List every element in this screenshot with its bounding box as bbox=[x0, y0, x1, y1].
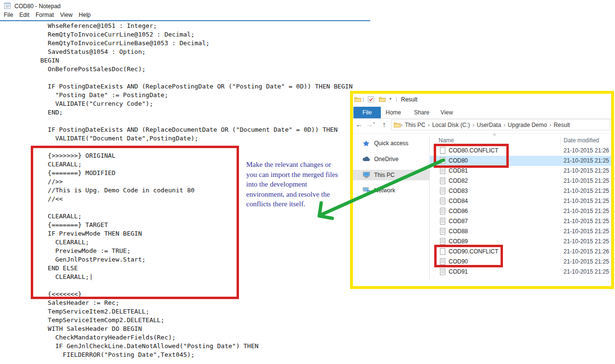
file-text-icon bbox=[440, 268, 445, 275]
breadcrumb-segment-this-pc[interactable]: This PC bbox=[402, 122, 428, 128]
notepad-icon bbox=[4, 2, 11, 9]
file-blank-icon bbox=[440, 147, 445, 154]
qat-properties-check-icon[interactable] bbox=[368, 96, 374, 102]
file-row[interactable]: COD80.CONFLICT 21-10-2015 21:26 bbox=[430, 146, 611, 156]
file-name: COD81 bbox=[449, 166, 468, 176]
file-row[interactable]: COD81 21-10-2015 21:25 bbox=[430, 166, 611, 176]
file-row[interactable]: COD88 21-10-2015 21:25 bbox=[430, 226, 611, 237]
breadcrumb-segment-userdata[interactable]: UserData bbox=[474, 122, 503, 128]
address-bar[interactable]: › This PC › Local Disk (C:) › UserData ›… bbox=[391, 119, 610, 130]
file-name: COD83 bbox=[449, 186, 468, 196]
file-date: 21-10-2015 21:25 bbox=[564, 226, 609, 237]
menu-item-edit[interactable]: Edit bbox=[19, 12, 29, 20]
qat-separator: | bbox=[363, 96, 364, 102]
file-row[interactable]: COD83 21-10-2015 21:25 bbox=[430, 186, 611, 196]
notepad-menubar: File Edit Format View Help bbox=[0, 12, 91, 20]
file-text-icon bbox=[440, 208, 445, 214]
explorer-window: | ▾ | Result File Home Share View ← → ▾ … bbox=[350, 91, 614, 289]
file-name: COD86 bbox=[449, 206, 468, 216]
file-row[interactable]: COD89 21-10-2015 21:25 bbox=[430, 237, 611, 247]
file-date: 21-10-2015 21:25 bbox=[564, 257, 609, 267]
menu-item-file[interactable]: File bbox=[4, 12, 13, 20]
nav-forward-button[interactable]: → bbox=[365, 120, 373, 129]
sidebar-item-label: This PC bbox=[374, 170, 395, 180]
file-row[interactable]: COD86 21-10-2015 21:25 bbox=[430, 206, 611, 216]
file-date: 21-10-2015 21:25 bbox=[564, 186, 609, 196]
tab-share[interactable]: Share bbox=[410, 107, 434, 118]
file-name: COD82 bbox=[449, 176, 468, 186]
star-icon bbox=[363, 140, 370, 147]
file-row[interactable]: COD90 21-10-2015 21:25 bbox=[430, 257, 611, 267]
breadcrumb-segment-upgrade-demo[interactable]: Upgrade Demo bbox=[505, 122, 549, 128]
sort-ascending-icon: ^ bbox=[493, 133, 496, 138]
breadcrumb-segment-result[interactable]: Result bbox=[551, 122, 572, 128]
qat-dropdown-button[interactable]: ▾ bbox=[389, 97, 391, 101]
sidebar-item-onedrive[interactable]: OneDrive bbox=[353, 154, 429, 164]
qat-new-folder-icon[interactable] bbox=[379, 97, 386, 102]
file-name: COD80 bbox=[449, 156, 468, 166]
tab-file[interactable]: File bbox=[353, 107, 381, 118]
menu-item-view[interactable]: View bbox=[60, 12, 73, 20]
file-text-icon bbox=[440, 167, 445, 174]
file-row[interactable]: COD87 21-10-2015 21:25 bbox=[430, 216, 611, 226]
file-name: COD84 bbox=[449, 196, 468, 206]
nav-up-button[interactable]: ↑ bbox=[380, 120, 388, 129]
file-date: 21-10-2015 21:25 bbox=[564, 216, 609, 226]
file-name: COD91 bbox=[449, 267, 468, 277]
breadcrumb-segment-local-disk[interactable]: Local Disk (C:) bbox=[430, 122, 473, 128]
nav-back-button[interactable]: ← bbox=[355, 120, 363, 129]
file-date: 21-10-2015 21:25 bbox=[564, 237, 609, 247]
sidebar-item-label: Network bbox=[374, 185, 395, 196]
sidebar-item-network[interactable]: Network bbox=[353, 185, 429, 196]
navbar-divider bbox=[353, 133, 611, 134]
file-row[interactable]: COD80 21-10-2015 21:25 bbox=[430, 156, 611, 166]
qat-separator: | bbox=[396, 96, 397, 102]
file-text-icon bbox=[440, 228, 445, 235]
notepad-window-title: COD80 - Notepad bbox=[14, 3, 61, 10]
file-date: 21-10-2015 21:25 bbox=[564, 267, 609, 277]
file-text-icon bbox=[440, 258, 445, 265]
file-row[interactable]: COD82 21-10-2015 21:25 bbox=[430, 176, 611, 186]
sidebar-item-label: Quick access bbox=[374, 138, 408, 149]
file-text-icon bbox=[440, 177, 445, 184]
file-row[interactable]: COD91 21-10-2015 21:25 bbox=[430, 267, 611, 277]
nav-history-dropdown-icon[interactable]: ▾ bbox=[373, 121, 375, 125]
notepad-menu-underline bbox=[0, 20, 370, 21]
file-text-icon bbox=[440, 188, 445, 194]
menu-item-format[interactable]: Format bbox=[36, 12, 54, 20]
file-date: 21-10-2015 21:25 bbox=[564, 196, 609, 206]
column-header-date[interactable]: Date modified bbox=[564, 137, 599, 144]
file-text-icon bbox=[440, 157, 445, 164]
file-text-icon bbox=[440, 238, 445, 245]
computer-icon bbox=[363, 172, 370, 178]
sidebar-item-quick-access[interactable]: Quick access bbox=[353, 138, 429, 149]
file-date: 21-10-2015 21:26 bbox=[564, 146, 609, 156]
file-date: 21-10-2015 21:25 bbox=[564, 176, 609, 186]
file-row[interactable]: COD90.CONFLICT 21-10-2015 21:26 bbox=[430, 247, 611, 257]
file-name: COD80.CONFLICT bbox=[449, 146, 498, 156]
network-icon bbox=[363, 187, 370, 193]
file-text-icon bbox=[440, 218, 445, 225]
file-date: 21-10-2015 21:25 bbox=[564, 166, 609, 176]
tab-home[interactable]: Home bbox=[383, 107, 404, 118]
file-name: COD90 bbox=[449, 257, 468, 267]
file-date: 21-10-2015 21:25 bbox=[564, 156, 609, 166]
menu-item-help[interactable]: Help bbox=[79, 12, 91, 20]
column-header-name[interactable]: Name bbox=[439, 137, 454, 144]
file-name: COD87 bbox=[449, 216, 468, 226]
file-row[interactable]: COD84 21-10-2015 21:25 bbox=[430, 196, 611, 206]
ribbon-divider bbox=[353, 118, 611, 119]
file-blank-icon bbox=[440, 248, 445, 255]
file-name: COD88 bbox=[449, 226, 468, 237]
explorer-window-folder-icon bbox=[354, 97, 361, 102]
annotation-text: Make the relevant changes or you can imp… bbox=[246, 160, 354, 209]
sidebar-item-this-pc[interactable]: This PC bbox=[353, 170, 429, 180]
tab-view[interactable]: View bbox=[436, 107, 458, 118]
breadcrumb-folder-icon bbox=[394, 122, 401, 127]
file-date: 21-10-2015 21:26 bbox=[564, 247, 609, 257]
cloud-icon bbox=[363, 156, 371, 162]
file-name: COD90.CONFLICT bbox=[449, 247, 498, 257]
file-name: COD89 bbox=[449, 237, 468, 247]
file-text-icon bbox=[440, 198, 445, 204]
sidebar-item-label: OneDrive bbox=[374, 154, 399, 164]
